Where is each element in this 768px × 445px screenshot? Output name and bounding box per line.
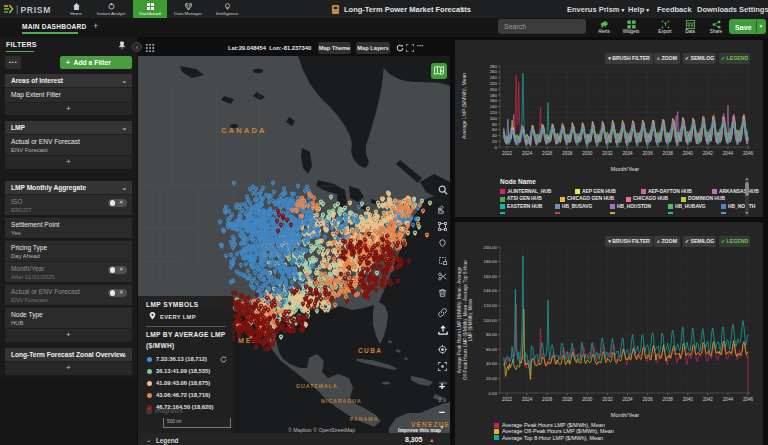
svg-text:0: 0 [495, 145, 498, 150]
svg-text:2024: 2024 [522, 397, 533, 402]
svg-text:160.00: 160.00 [484, 274, 498, 279]
svg-text:STATES: STATES [262, 251, 301, 258]
svg-text:GUATEMALA: GUATEMALA [296, 383, 338, 389]
svg-text:2028: 2028 [562, 151, 573, 156]
svg-text:Average Peak Hours LMP ($/MWh): Average Peak Hours LMP ($/MWh), Mean - A… [457, 266, 462, 373]
svg-text:CANADA: CANADA [221, 126, 267, 135]
svg-text:2040: 2040 [683, 397, 694, 402]
svg-text:NICARAGUA: NICARAGUA [321, 398, 362, 404]
svg-text:2044: 2044 [723, 397, 734, 402]
svg-text:20.00: 20.00 [486, 376, 498, 381]
svg-text:Month/Year: Month/Year [611, 166, 640, 172]
svg-text:40.00: 40.00 [486, 361, 498, 366]
svg-text:2038: 2038 [663, 397, 674, 402]
svg-text:80.00: 80.00 [486, 332, 498, 337]
svg-text:260: 260 [490, 69, 498, 74]
svg-text:2042: 2042 [703, 397, 714, 402]
svg-text:2034: 2034 [622, 397, 633, 402]
svg-text:140.00: 140.00 [484, 288, 498, 293]
svg-text:2028: 2028 [562, 397, 573, 402]
svg-text:2032: 2032 [602, 151, 613, 156]
svg-text:100: 100 [490, 116, 498, 121]
svg-text:2036: 2036 [642, 151, 653, 156]
svg-text:20: 20 [492, 139, 497, 144]
svg-text:2046: 2046 [743, 397, 754, 402]
svg-text:2036: 2036 [642, 397, 653, 402]
svg-text:Average LMP ($/MWh), Mean: Average LMP ($/MWh), Mean [461, 73, 467, 139]
svg-text:180: 180 [490, 93, 498, 98]
svg-text:2042: 2042 [703, 151, 714, 156]
svg-text:2046: 2046 [743, 151, 754, 156]
svg-text:60.00: 60.00 [486, 347, 498, 352]
svg-text:40: 40 [492, 133, 497, 138]
svg-text:2044: 2044 [723, 151, 734, 156]
svg-text:80: 80 [492, 122, 497, 127]
svg-text:Off-Peak Hours LMP ($/MWh), Me: Off-Peak Hours LMP ($/MWh), Mean - Avera… [463, 260, 468, 380]
svg-text:240: 240 [490, 75, 498, 80]
svg-text:2034: 2034 [622, 151, 633, 156]
svg-text:120: 120 [490, 110, 498, 115]
svg-text:100.00: 100.00 [484, 318, 498, 323]
svg-text:PANAMA: PANAMA [350, 416, 378, 422]
svg-text:2024: 2024 [522, 151, 533, 156]
svg-text:160: 160 [490, 98, 498, 103]
svg-text:2022: 2022 [502, 151, 513, 156]
svg-text:140: 140 [490, 104, 498, 109]
svg-text:2026: 2026 [542, 397, 553, 402]
svg-text:2030: 2030 [582, 397, 593, 402]
svg-text:120.00: 120.00 [484, 303, 498, 308]
svg-text:280: 280 [490, 64, 498, 69]
svg-text:2022: 2022 [502, 397, 513, 402]
svg-text:2030: 2030 [582, 151, 593, 156]
svg-text:2026: 2026 [542, 151, 553, 156]
svg-text:200.00: 200.00 [484, 245, 498, 250]
svg-text:220: 220 [490, 81, 498, 86]
svg-text:60: 60 [492, 127, 497, 132]
svg-text:2032: 2032 [602, 397, 613, 402]
svg-text:CUBA: CUBA [358, 347, 382, 354]
svg-text:UNITED: UNITED [262, 242, 300, 249]
svg-text:2038: 2038 [663, 151, 674, 156]
svg-text:200: 200 [490, 87, 498, 92]
svg-text:180.00: 180.00 [484, 259, 498, 264]
svg-text:2040: 2040 [683, 151, 694, 156]
svg-text:0.00: 0.00 [488, 391, 497, 396]
svg-text:LMP ($/MWh), Mean: LMP ($/MWh), Mean [468, 298, 473, 341]
svg-text:Month/Year: Month/Year [611, 412, 640, 418]
